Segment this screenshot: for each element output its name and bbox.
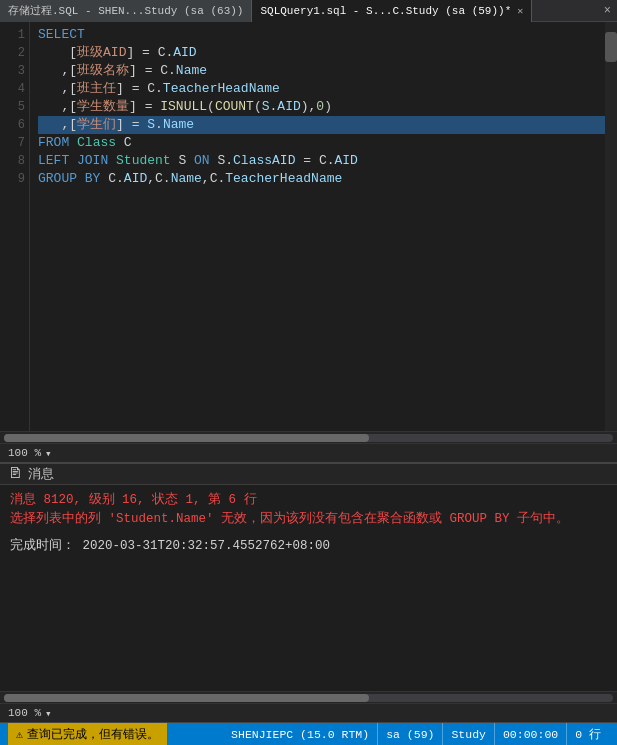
messages-zoom-dropdown-icon[interactable]: ▾ [43,707,54,720]
messages-zoom-label[interactable]: 100 % [6,707,43,719]
error-message-line1: 消息 8120, 级别 16, 状态 1, 第 6 行 [10,491,607,510]
editor-scrollbar-h[interactable] [0,431,617,443]
scrollbar-thumb-h [4,434,369,442]
tab-query1[interactable]: SQLQuery1.sql - S...C.Study (sa (59))* ✕ [252,0,532,22]
editor-scrollbar-v[interactable] [605,22,617,431]
zoom-label[interactable]: 100 % [6,447,43,459]
editor-zoom-row: 100 % ▾ [0,443,617,463]
messages-panel: 🖹 消息 消息 8120, 级别 16, 状态 1, 第 6 行 选择列表中的列… [0,463,617,723]
warning-text: 查询已完成，但有错误。 [27,727,159,742]
status-server: SHENJIEPC (15.0 RTM) [223,723,378,745]
status-db: Study [443,723,495,745]
timestamp-label: 完成时间： [10,539,75,553]
code-editor[interactable]: SELECT [班级AID] = C.AID ,[班级名称] = C.Name … [30,22,617,431]
scrollbar-track-h [4,434,613,442]
status-warning: ⚠ 查询已完成，但有错误。 [8,723,167,745]
editor-container: 1 2 3 4 5 6 7 8 9 SELECT [班级AID] = C.AID [0,22,617,723]
code-line-7: FROM Class C [38,134,609,152]
timestamp-value: 2020-03-31T20:32:57.4552762+08:00 [83,539,331,553]
tab-close-icon[interactable]: ✕ [517,5,523,17]
warning-icon: ⚠ [16,727,23,741]
messages-area: 消息 8120, 级别 16, 状态 1, 第 6 行 选择列表中的列 'Stu… [0,485,617,691]
error-message-line2: 选择列表中的列 'Student.Name' 无效，因为该列没有包含在聚合函数或… [10,510,607,529]
code-line-8: LEFT JOIN Student S ON S.ClassAID = C.AI… [38,152,609,170]
messages-scrollbar-thumb [4,694,369,702]
code-line-1: SELECT [38,26,609,44]
timestamp-line: 完成时间： 2020-03-31T20:32:57.4552762+08:00 [10,537,607,556]
status-user: sa (59) [378,723,443,745]
code-line-2: [班级AID] = C.AID [38,44,609,62]
title-bar: 存储过程.SQL - SHEN...Study (sa (63)) SQLQue… [0,0,617,22]
editor-scroll: 1 2 3 4 5 6 7 8 9 SELECT [班级AID] = C.AID [0,22,617,463]
status-bar: ⚠ 查询已完成，但有错误。 SHENJIEPC (15.0 RTM) sa (5… [0,723,617,745]
code-line-4: ,[班主任] = C.TeacherHeadName [38,80,609,98]
pin-icon[interactable]: × [598,4,617,18]
messages-header: 🖹 消息 [0,463,617,485]
zoom-dropdown-icon[interactable]: ▾ [43,447,54,460]
code-line-9: GROUP BY C.AID,C.Name,C.TeacherHeadName [38,170,609,188]
line-numbers: 1 2 3 4 5 6 7 8 9 [0,22,30,431]
messages-icon: 🖹 [8,466,22,482]
code-line-5: ,[学生数量] = ISNULL(COUNT(S.AID),0) [38,98,609,116]
editor-area: 1 2 3 4 5 6 7 8 9 SELECT [班级AID] = C.AID [0,22,617,431]
code-line-3: ,[班级名称] = C.Name [38,62,609,80]
code-line-6: ,[学生们] = S.Name [38,116,609,134]
messages-title: 消息 [28,465,54,483]
scrollbar-thumb-v [605,32,617,62]
messages-scrollbar-track [4,694,613,702]
tab-stored-proc-label: 存储过程.SQL - SHEN...Study (sa (63)) [8,3,243,18]
status-rows: 0 行 [567,723,609,745]
status-time: 00:00:00 [495,723,567,745]
tab-query1-label: SQLQuery1.sql - S...C.Study (sa (59))* [260,5,511,17]
tab-stored-proc[interactable]: 存储过程.SQL - SHEN...Study (sa (63)) [0,0,252,22]
messages-zoom-row: 100 % ▾ [0,703,617,723]
messages-scrollbar-h[interactable] [0,691,617,703]
